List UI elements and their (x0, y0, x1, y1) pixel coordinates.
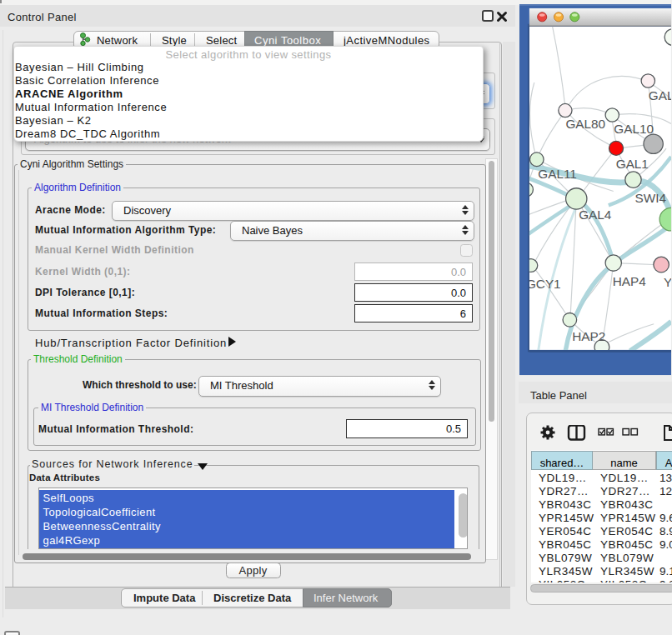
svg-text:SWI4: SWI4 (634, 191, 666, 205)
svg-text:YKL1: YKL1 (664, 275, 672, 289)
svg-text:GAL7: GAL7 (649, 88, 672, 102)
svg-text:GCY1: GCY1 (526, 277, 561, 291)
svg-text:GAL10: GAL10 (614, 122, 654, 136)
svg-text:GAL1: GAL1 (616, 157, 649, 171)
svg-text:GAL11: GAL11 (538, 167, 577, 181)
svg-text:HAP2: HAP2 (572, 330, 605, 344)
svg-text:GAL80: GAL80 (565, 117, 605, 131)
svg-text:GAL4: GAL4 (579, 208, 612, 222)
svg-text:HAP4: HAP4 (613, 274, 646, 288)
